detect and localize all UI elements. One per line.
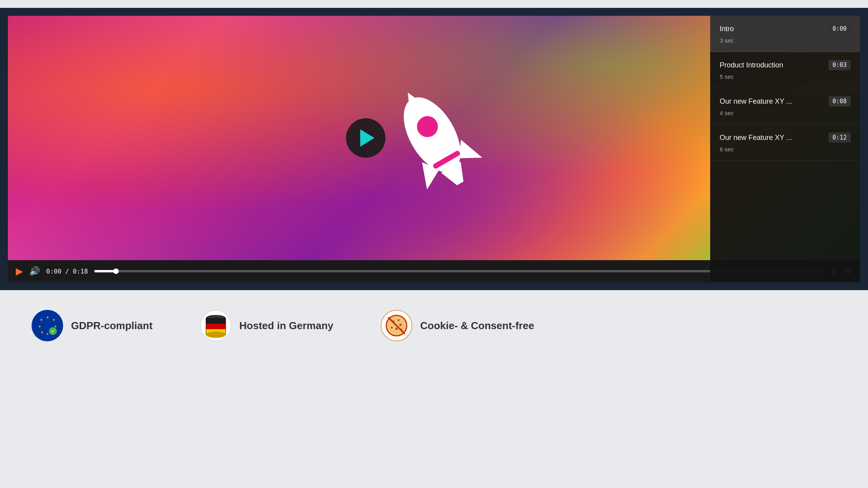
svg-text:★: ★ <box>46 332 49 336</box>
svg-point-28 <box>399 324 402 326</box>
chapter-duration-feature-2: 6 sec <box>720 146 851 153</box>
svg-text:✓: ✓ <box>51 329 55 334</box>
chapter-header-intro: Intro 0:00 <box>720 24 851 34</box>
svg-point-29 <box>391 327 393 329</box>
chapter-header-feature-2: Our new Feature XY ... 0:12 <box>720 132 851 143</box>
badge-gdpr: ★ ★ ★ ★ ★ ★ ★ ★ ✓ GDPR-compliant <box>32 310 153 341</box>
svg-text:★: ★ <box>41 331 43 334</box>
chapter-time-feature-1: 0:08 <box>829 96 851 106</box>
time-separator: / <box>65 268 73 275</box>
chapter-title-product-intro: Product Introduction <box>720 61 783 69</box>
svg-text:★: ★ <box>52 318 55 322</box>
cookie-label: Cookie- & Consent-free <box>420 320 534 332</box>
video-area: Intro 0:00 3 sec Product Introduction 0:… <box>8 16 860 282</box>
time-current: 0:00 <box>46 268 62 275</box>
chapter-header-product-intro: Product Introduction 0:03 <box>720 60 851 70</box>
chapter-item-feature-1[interactable]: Our new Feature XY ... 0:08 4 sec <box>710 88 860 125</box>
chapter-item-intro[interactable]: Intro 0:00 3 sec <box>710 16 860 52</box>
chapter-duration-feature-1: 4 sec <box>720 110 851 116</box>
chapter-title-intro: Intro <box>720 25 734 33</box>
chapter-list: Intro 0:00 3 sec Product Introduction 0:… <box>710 16 860 282</box>
de-flag-cylinder-icon <box>205 313 226 338</box>
gdpr-label: GDPR-compliant <box>71 320 153 332</box>
chapter-header-feature-1: Our new Feature XY ... 0:08 <box>720 96 851 106</box>
svg-rect-20 <box>206 324 226 329</box>
svg-point-22 <box>206 332 226 338</box>
chapter-time-intro: 0:00 <box>829 24 851 34</box>
volume-icon: 🔊 <box>29 266 40 276</box>
play-icon: ▶ <box>16 266 23 277</box>
chapter-duration-intro: 3 sec <box>720 37 851 44</box>
svg-text:★: ★ <box>40 318 43 322</box>
badge-hosted: Hosted in Germany <box>200 310 333 341</box>
eu-flag-icon: ★ ★ ★ ★ ★ ★ ★ ★ ✓ <box>36 314 59 337</box>
rocket-icon <box>371 63 497 213</box>
svg-point-27 <box>397 319 399 321</box>
chapter-title-feature-1: Our new Feature XY ... <box>720 97 792 106</box>
badges-area: ★ ★ ★ ★ ★ ★ ★ ★ ✓ GDPR-compliant <box>0 290 868 361</box>
chapter-time-feature-2: 0:12 <box>829 132 851 143</box>
play-triangle-icon <box>360 129 374 147</box>
top-bar <box>0 0 868 8</box>
progress-bar-fill <box>94 270 116 272</box>
svg-text:★: ★ <box>46 316 49 319</box>
gdpr-icon: ★ ★ ★ ★ ★ ★ ★ ★ ✓ <box>32 310 63 341</box>
hosted-label: Hosted in Germany <box>239 320 333 332</box>
svg-rect-19 <box>206 318 226 324</box>
progress-thumb <box>113 268 119 274</box>
time-total: 0:18 <box>73 268 88 275</box>
chapter-item-feature-2[interactable]: Our new Feature XY ... 0:12 6 sec <box>710 125 860 161</box>
no-cookie-icon <box>385 314 408 337</box>
chapter-item-product-intro[interactable]: Product Introduction 0:03 5 sec <box>710 52 860 88</box>
svg-point-30 <box>395 328 398 330</box>
chapter-title-feature-2: Our new Feature XY ... <box>720 134 792 142</box>
cookie-icon <box>381 310 412 341</box>
germany-icon <box>200 310 232 341</box>
chapter-time-product-intro: 0:03 <box>829 60 851 70</box>
play-button[interactable] <box>346 118 385 158</box>
badge-cookie: Cookie- & Consent-free <box>381 310 534 341</box>
time-display: 0:00 / 0:18 <box>46 268 88 275</box>
svg-text:★: ★ <box>38 325 41 328</box>
page-wrapper: Intro 0:00 3 sec Product Introduction 0:… <box>0 0 868 361</box>
chapter-duration-product-intro: 5 sec <box>720 73 851 80</box>
video-outer: Intro 0:00 3 sec Product Introduction 0:… <box>0 8 868 290</box>
play-pause-button[interactable]: ▶ <box>16 266 23 277</box>
volume-button[interactable]: 🔊 <box>29 266 40 276</box>
